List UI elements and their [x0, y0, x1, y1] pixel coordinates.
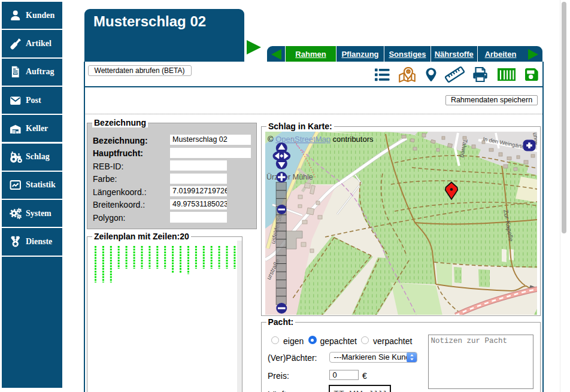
svg-text:Ürziger Mühle: Ürziger Mühle [266, 172, 313, 181]
svg-text:© OpenStreetMap contributors: © OpenStreetMap contributors [268, 135, 374, 144]
